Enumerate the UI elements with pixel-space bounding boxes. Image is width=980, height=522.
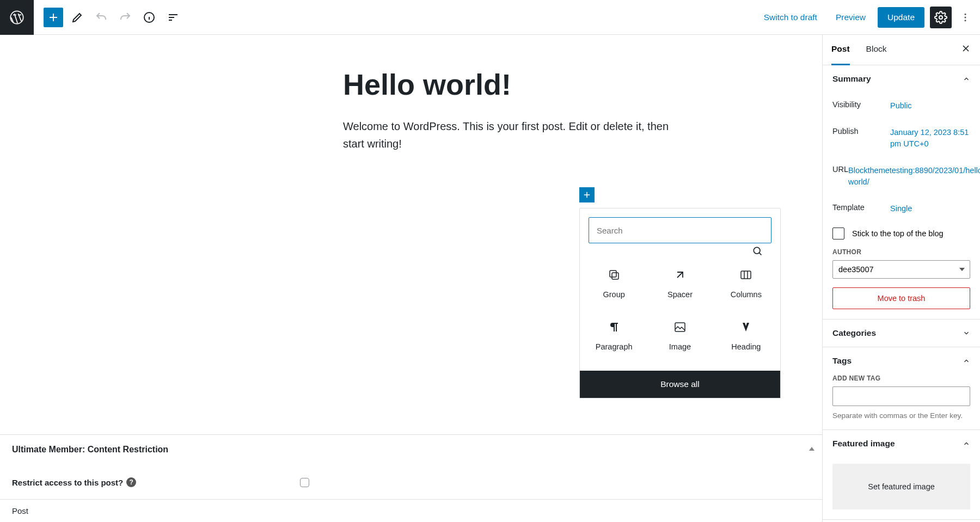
panel-categories-header[interactable]: Categories	[823, 320, 980, 347]
spacer-icon	[673, 266, 687, 284]
stick-checkbox[interactable]	[832, 228, 844, 239]
main-area: Hello world! Welcome to WordPress. This …	[0, 35, 980, 522]
block-label: Image	[669, 342, 691, 351]
undo-icon[interactable]	[91, 8, 111, 27]
stick-label: Stick to the top of the blog	[852, 229, 944, 238]
svg-rect-9	[741, 271, 751, 279]
footer-bar: Post	[0, 499, 822, 522]
move-to-trash-button[interactable]: Move to trash	[832, 287, 970, 309]
block-label: Columns	[731, 290, 762, 299]
close-sidebar-button[interactable]	[958, 42, 973, 58]
block-group[interactable]: Group	[581, 256, 647, 309]
close-icon	[960, 43, 971, 54]
browse-all-button[interactable]: Browse all	[580, 371, 780, 398]
chevron-down-icon	[963, 329, 970, 337]
settings-button[interactable]	[930, 7, 952, 28]
svg-point-4	[965, 16, 966, 18]
template-value[interactable]: Single	[890, 203, 970, 214]
author-select[interactable]: dee35007	[832, 260, 970, 279]
block-image[interactable]: Image	[647, 309, 713, 361]
svg-point-2	[939, 16, 942, 19]
set-featured-image-button[interactable]: Set featured image	[832, 464, 970, 509]
svg-rect-10	[675, 323, 685, 331]
preview-button[interactable]: Preview	[829, 8, 872, 27]
details-icon[interactable]	[139, 8, 159, 27]
switch-to-draft-button[interactable]: Switch to draft	[757, 8, 824, 27]
editor-column: Hello world! Welcome to WordPress. This …	[0, 35, 822, 522]
panel-summary: Summary Visibility Public Publish Januar…	[823, 65, 980, 320]
redo-icon[interactable]	[115, 8, 135, 27]
add-tag-label: ADD NEW TAG	[832, 374, 970, 382]
quick-inserter: Group Spacer Columns Paragraph	[579, 187, 781, 398]
image-icon	[673, 318, 687, 336]
panel-title: Summary	[832, 74, 871, 84]
url-label: URL	[832, 165, 848, 188]
update-button[interactable]: Update	[878, 7, 924, 28]
paragraph-icon	[608, 318, 621, 336]
tools-edit-icon[interactable]	[68, 8, 87, 27]
panel-summary-header[interactable]: Summary	[823, 65, 980, 93]
sidebar-tabs: Post Block	[823, 35, 980, 65]
panel-title: Categories	[832, 328, 876, 338]
group-icon	[608, 266, 621, 284]
block-inserter-toggle[interactable]	[44, 8, 63, 27]
tag-hint: Separate with commas or the Enter key.	[832, 412, 970, 420]
add-tag-input[interactable]	[832, 386, 970, 406]
post-body[interactable]: Welcome to WordPress. This is your first…	[343, 118, 683, 152]
stick-row[interactable]: Stick to the top of the blog	[832, 222, 970, 248]
url-value[interactable]: Blockthemetesting:8890/2023/01/hello-wor…	[848, 165, 980, 188]
block-paragraph[interactable]: Paragraph	[581, 309, 647, 361]
visibility-label: Visibility	[832, 100, 890, 112]
svg-rect-7	[610, 271, 616, 277]
breadcrumb-post[interactable]: Post	[12, 506, 28, 515]
chevron-up-icon	[963, 440, 970, 447]
options-menu-button[interactable]	[957, 7, 973, 28]
editor-content: Hello world! Welcome to WordPress. This …	[117, 35, 705, 152]
block-heading[interactable]: Heading	[713, 309, 779, 361]
panel-featured-image: Featured image Set featured image	[823, 430, 980, 520]
post-title[interactable]: Hello world!	[343, 67, 683, 101]
visibility-value[interactable]: Public	[890, 100, 970, 112]
plus-icon	[582, 190, 592, 200]
panel-featured-header[interactable]: Featured image	[823, 430, 980, 457]
tab-block[interactable]: Block	[866, 35, 887, 65]
panel-title: Tags	[832, 356, 852, 366]
chevron-up-icon	[963, 75, 970, 83]
svg-rect-8	[612, 273, 618, 279]
heading-icon	[739, 318, 752, 336]
block-label: Group	[603, 290, 625, 299]
wordpress-logo[interactable]	[0, 0, 34, 35]
list-view-icon[interactable]	[163, 8, 183, 27]
metabox-content-restriction: Ultimate Member: Content Restriction Res…	[0, 434, 822, 497]
restrict-label: Restrict access to this post?	[12, 478, 123, 487]
template-label: Template	[832, 203, 890, 214]
author-label: AUTHOR	[832, 248, 970, 256]
add-block-button[interactable]	[579, 187, 595, 202]
inserter-search-input[interactable]	[589, 217, 771, 243]
metabox-title: Ultimate Member: Content Restriction	[12, 445, 810, 455]
tab-post[interactable]: Post	[831, 35, 850, 65]
chevron-up-icon	[963, 357, 970, 365]
inserter-grid: Group Spacer Columns Paragraph	[580, 252, 780, 371]
editor-top-bar: Switch to draft Preview Update	[0, 0, 980, 35]
help-icon[interactable]: ?	[126, 477, 136, 487]
svg-point-3	[965, 13, 966, 15]
more-vertical-icon	[960, 12, 971, 23]
columns-icon	[739, 266, 752, 284]
metabox-collapse-icon[interactable]	[809, 447, 814, 451]
publish-label: Publish	[832, 127, 890, 150]
toolbar-right: Switch to draft Preview Update	[757, 7, 980, 28]
block-label: Spacer	[667, 290, 693, 299]
restrict-checkbox[interactable]	[300, 478, 309, 487]
settings-sidebar: Post Block Summary Visibility Public Pub…	[822, 35, 980, 522]
block-label: Paragraph	[596, 342, 633, 351]
panel-title: Featured image	[832, 439, 895, 449]
block-spacer[interactable]: Spacer	[647, 256, 713, 309]
toolbar-left	[34, 8, 183, 27]
block-columns[interactable]: Columns	[713, 256, 779, 309]
inserter-panel: Group Spacer Columns Paragraph	[579, 208, 781, 398]
panel-tags-header[interactable]: Tags	[823, 347, 980, 374]
panel-tags: Tags ADD NEW TAG Separate with commas or…	[823, 347, 980, 430]
gear-icon	[934, 11, 947, 24]
publish-value[interactable]: January 12, 2023 8:51 pm UTC+0	[890, 127, 970, 150]
